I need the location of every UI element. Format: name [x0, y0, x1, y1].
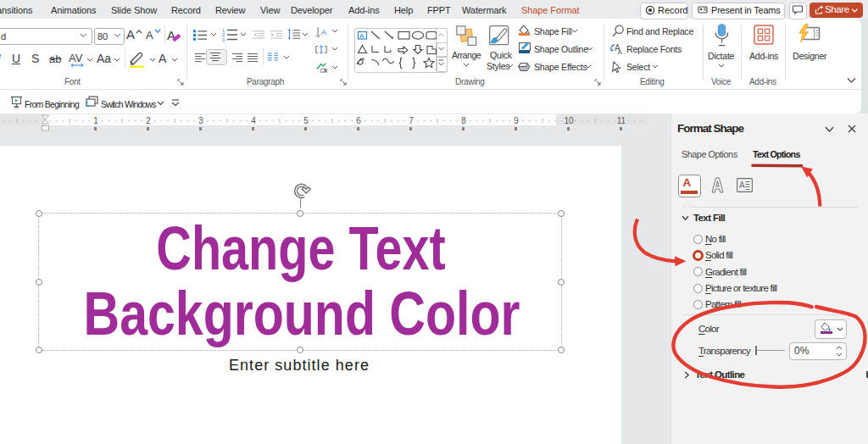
svg-text:A: A [739, 180, 745, 190]
svg-text:11: 11 [617, 116, 626, 125]
svg-text:1: 1 [93, 116, 98, 125]
svg-text:9: 9 [514, 116, 519, 125]
svg-text:3: 3 [222, 37, 225, 42]
svg-text:8: 8 [461, 116, 466, 125]
svg-text:A: A [359, 32, 364, 40]
svg-text:A: A [321, 28, 326, 36]
svg-text:4: 4 [251, 116, 256, 125]
svg-text:5: 5 [303, 116, 309, 125]
svg-text:2: 2 [146, 116, 151, 125]
svg-text:7: 7 [409, 116, 414, 125]
svg-text:10: 10 [564, 116, 574, 125]
svg-text:A: A [618, 48, 623, 55]
svg-text:3: 3 [198, 116, 203, 125]
svg-text:6: 6 [356, 116, 361, 125]
